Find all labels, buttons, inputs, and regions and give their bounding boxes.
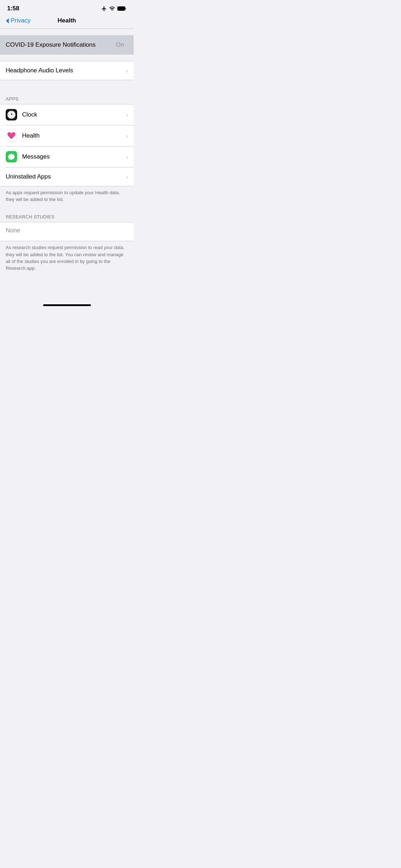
clock-label: Clock — [22, 111, 126, 118]
status-bar: 1:58 — [0, 0, 134, 14]
uninstalled-apps-row[interactable]: Uninstalled Apps › — [0, 167, 134, 186]
headphone-label: Headphone Audio Levels — [6, 67, 126, 74]
covid-label: COVID-19 Exposure Notifications — [6, 41, 116, 48]
home-indicator — [0, 297, 134, 310]
research-header-label: RESEARCH STUDIES — [6, 214, 55, 219]
clock-app-icon: 12 3 6 9 — [6, 109, 17, 120]
home-bar — [43, 304, 91, 306]
spacer-2 — [0, 55, 134, 61]
apps-section-header: APPS — [0, 93, 134, 104]
apps-header-label: APPS — [6, 96, 19, 102]
covid-value: On — [116, 41, 124, 48]
uninstalled-apps-label: Uninstalled Apps — [6, 173, 126, 180]
wifi-icon — [109, 6, 115, 11]
apps-footer-text: As apps request permission to update you… — [6, 190, 120, 202]
headphone-row[interactable]: Headphone Audio Levels › — [0, 61, 134, 80]
svg-point-10 — [11, 114, 12, 115]
messages-icon — [6, 152, 16, 162]
spacer-1 — [0, 29, 134, 35]
messages-chevron-icon: › — [126, 154, 128, 160]
messages-app-icon — [6, 151, 17, 162]
svg-text:9: 9 — [9, 114, 9, 115]
research-section-header: RESEARCH STUDIES — [0, 211, 134, 222]
clock-icon: 12 3 6 9 — [6, 110, 16, 120]
health-chevron-icon: › — [126, 133, 128, 139]
research-section-footer: As research studies request permission t… — [0, 241, 134, 276]
back-chevron-icon — [6, 18, 9, 24]
status-time: 1:58 — [7, 5, 19, 12]
spacer-3 — [0, 80, 134, 93]
battery-icon — [117, 6, 127, 11]
research-none-label: None — [6, 227, 20, 234]
research-none-row: None — [0, 222, 134, 241]
back-label: Privacy — [11, 17, 31, 24]
nav-bar: Privacy Health — [0, 14, 134, 29]
status-icons — [101, 6, 127, 11]
page-title: Health — [58, 17, 76, 24]
health-label: Health — [22, 132, 126, 139]
apps-section-footer: As apps request permission to update you… — [0, 186, 134, 207]
health-app-icon — [6, 130, 17, 141]
clock-chevron-icon: › — [126, 112, 128, 118]
uninstalled-apps-chevron-icon: › — [126, 174, 128, 180]
messages-label: Messages — [22, 153, 126, 160]
svg-rect-1 — [118, 7, 124, 10]
research-footer-text: As research studies request permission t… — [6, 245, 124, 271]
covid-row[interactable]: COVID-19 Exposure Notifications On › — [0, 36, 134, 54]
covid-chevron-icon: › — [126, 42, 128, 48]
back-button[interactable]: Privacy — [6, 17, 31, 24]
clock-row[interactable]: 12 3 6 9 Clock › — [0, 104, 134, 125]
svg-text:3: 3 — [14, 114, 15, 115]
svg-text:12: 12 — [11, 111, 12, 113]
spacer-4 — [0, 207, 134, 211]
messages-row[interactable]: Messages › — [0, 146, 134, 167]
svg-text:6: 6 — [11, 117, 12, 118]
headphone-chevron-icon: › — [126, 68, 128, 74]
airplane-icon — [101, 6, 107, 11]
heart-icon — [7, 131, 16, 140]
bottom-spacer — [0, 276, 134, 297]
health-app-row[interactable]: Health › — [0, 125, 134, 146]
